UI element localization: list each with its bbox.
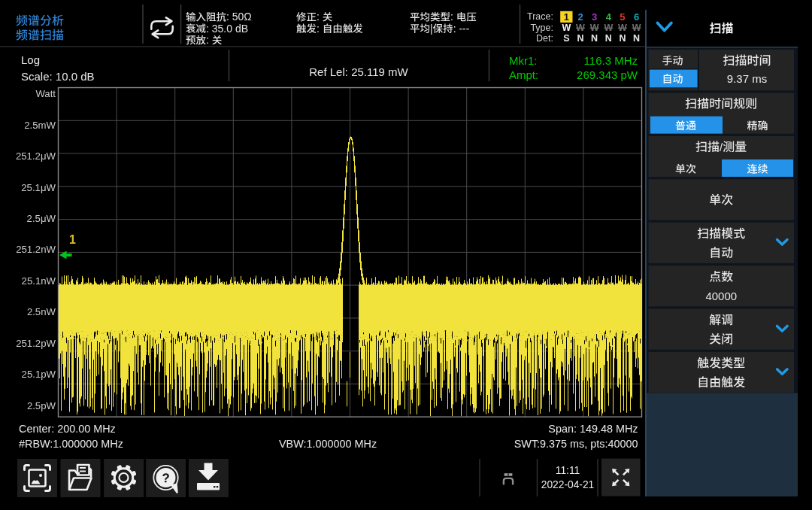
svg-text:3: 3 xyxy=(592,11,597,23)
svg-text:: ---: : --- xyxy=(453,23,470,35)
svg-text:Mkr1:: Mkr1: xyxy=(509,54,538,67)
svg-text:40000: 40000 xyxy=(705,290,737,302)
svg-text:W: W xyxy=(562,23,571,33)
svg-text:Span: 149.48 MHz: Span: 149.48 MHz xyxy=(548,423,638,435)
svg-text:2.5mW: 2.5mW xyxy=(24,120,56,131)
svg-text:251.2pW: 251.2pW xyxy=(16,338,56,349)
svg-text:Watt: Watt xyxy=(35,88,56,99)
svg-text:251.2μW: 251.2μW xyxy=(16,150,56,162)
svg-text:5: 5 xyxy=(620,11,625,23)
svg-text:2.5pW: 2.5pW xyxy=(27,400,56,411)
svg-text::: : xyxy=(317,23,320,35)
svg-text:: 50Ω: : 50Ω xyxy=(226,11,252,23)
svg-text:2022-04-21: 2022-04-21 xyxy=(541,479,595,490)
svg-text:4: 4 xyxy=(606,11,612,23)
svg-text:Center: 200.00 MHz: Center: 200.00 MHz xyxy=(19,423,116,435)
svg-text::: : xyxy=(317,11,320,23)
svg-text:25.1μW: 25.1μW xyxy=(21,182,56,193)
svg-text:S: S xyxy=(563,33,569,44)
svg-text:N: N xyxy=(619,33,626,44)
svg-text:1: 1 xyxy=(564,11,569,23)
svg-text:2.5nW: 2.5nW xyxy=(27,306,56,317)
svg-text:2: 2 xyxy=(577,11,583,23)
svg-text::: : xyxy=(206,34,209,46)
svg-text:SWT:9.375 ms, pts:40000: SWT:9.375 ms, pts:40000 xyxy=(514,438,638,450)
svg-text:Scale: 10.0 dB: Scale: 10.0 dB xyxy=(21,70,95,83)
svg-text:N: N xyxy=(591,33,598,44)
svg-text:269.343 pW: 269.343 pW xyxy=(577,68,638,81)
svg-text:9.37 ms: 9.37 ms xyxy=(727,72,767,85)
svg-text:251.2nW: 251.2nW xyxy=(16,244,56,255)
svg-text::: : xyxy=(450,11,453,23)
svg-text:Ampt:: Ampt: xyxy=(509,68,538,81)
svg-text:1: 1 xyxy=(69,233,76,246)
svg-text:25.1nW: 25.1nW xyxy=(22,275,56,287)
svg-text:6: 6 xyxy=(634,11,639,23)
svg-text:Det:: Det: xyxy=(536,33,553,44)
svg-text:Ref Lel: 25.119 mW: Ref Lel: 25.119 mW xyxy=(309,65,408,78)
svg-text:|: | xyxy=(430,23,433,35)
svg-text:Trace:: Trace: xyxy=(527,11,553,22)
svg-text:N: N xyxy=(605,33,612,44)
svg-text:11:11: 11:11 xyxy=(556,465,580,476)
svg-text:25.1pW: 25.1pW xyxy=(22,369,56,380)
svg-text:: 35.0 dB: : 35.0 dB xyxy=(206,23,248,35)
svg-text:2.5μW: 2.5μW xyxy=(27,213,56,224)
svg-text:Log: Log xyxy=(21,53,40,66)
svg-text:116.3 MHz: 116.3 MHz xyxy=(584,54,638,67)
svg-text:N: N xyxy=(633,33,640,44)
svg-text:N: N xyxy=(577,33,583,44)
svg-text:VBW:1.000000 MHz: VBW:1.000000 MHz xyxy=(279,438,377,450)
svg-text:Type:: Type: xyxy=(530,23,553,33)
svg-text:#RBW:1.000000 MHz: #RBW:1.000000 MHz xyxy=(19,438,123,450)
